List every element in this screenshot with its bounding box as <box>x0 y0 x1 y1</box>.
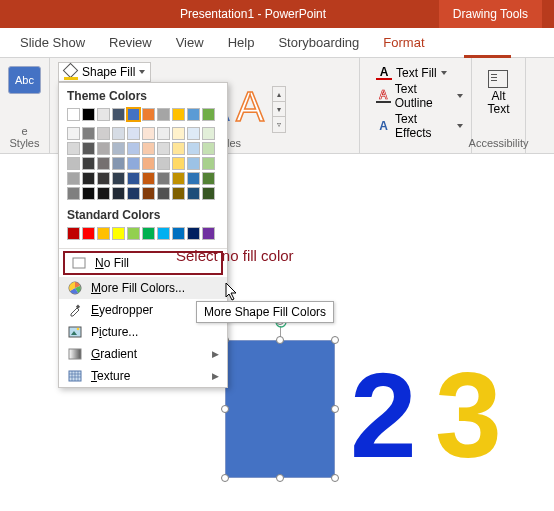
color-swatch[interactable] <box>112 127 125 140</box>
color-swatch[interactable] <box>142 142 155 155</box>
color-swatch[interactable] <box>187 227 200 240</box>
color-swatch[interactable] <box>127 227 140 240</box>
color-swatch[interactable] <box>202 172 215 185</box>
color-swatch[interactable] <box>67 227 80 240</box>
color-swatch[interactable] <box>97 127 110 140</box>
color-swatch[interactable] <box>82 172 95 185</box>
color-swatch[interactable] <box>127 127 140 140</box>
color-swatch[interactable] <box>97 142 110 155</box>
resize-handle[interactable] <box>276 474 284 482</box>
color-swatch[interactable] <box>127 157 140 170</box>
shape-digit-2[interactable]: 2 <box>350 355 417 475</box>
gallery-down-icon[interactable]: ▾ <box>273 102 285 117</box>
resize-handle[interactable] <box>331 405 339 413</box>
color-swatch[interactable] <box>67 108 80 121</box>
color-swatch[interactable] <box>202 187 215 200</box>
color-swatch[interactable] <box>172 108 185 121</box>
color-swatch[interactable] <box>142 227 155 240</box>
resize-handle[interactable] <box>221 405 229 413</box>
menu-texture[interactable]: Texture ▶ <box>59 365 227 387</box>
gallery-up-icon[interactable]: ▴ <box>273 87 285 102</box>
color-swatch[interactable] <box>202 227 215 240</box>
color-swatch[interactable] <box>112 142 125 155</box>
color-swatch[interactable] <box>82 142 95 155</box>
tab-slideshow[interactable]: Slide Show <box>8 28 97 57</box>
menu-picture[interactable]: Picture... <box>59 321 227 343</box>
menu-more-fill-colors[interactable]: More Fill Colors... <box>59 277 227 299</box>
color-swatch[interactable] <box>202 108 215 121</box>
menu-gradient[interactable]: Gradient ▶ <box>59 343 227 365</box>
color-swatch[interactable] <box>172 172 185 185</box>
color-swatch[interactable] <box>67 172 80 185</box>
color-swatch[interactable] <box>82 157 95 170</box>
color-swatch[interactable] <box>202 127 215 140</box>
tab-view[interactable]: View <box>164 28 216 57</box>
color-swatch[interactable] <box>142 127 155 140</box>
tab-storyboarding[interactable]: Storyboarding <box>266 28 371 57</box>
text-fill-button[interactable]: A Text Fill <box>376 66 463 80</box>
color-swatch[interactable] <box>112 157 125 170</box>
color-swatch[interactable] <box>202 157 215 170</box>
color-swatch[interactable] <box>187 187 200 200</box>
color-swatch[interactable] <box>112 108 125 121</box>
color-swatch[interactable] <box>97 172 110 185</box>
color-swatch[interactable] <box>157 187 170 200</box>
color-swatch[interactable] <box>112 172 125 185</box>
color-swatch[interactable] <box>172 227 185 240</box>
color-swatch[interactable] <box>82 127 95 140</box>
resize-handle[interactable] <box>221 474 229 482</box>
color-swatch[interactable] <box>82 108 95 121</box>
tab-format[interactable]: Format <box>371 28 436 57</box>
wordart-style-3[interactable]: A <box>236 86 264 128</box>
color-swatch[interactable] <box>157 127 170 140</box>
color-swatch[interactable] <box>127 187 140 200</box>
shape-digit-3[interactable]: 3 <box>435 355 502 475</box>
color-swatch[interactable] <box>97 108 110 121</box>
color-swatch[interactable] <box>157 227 170 240</box>
color-swatch[interactable] <box>157 142 170 155</box>
color-swatch[interactable] <box>67 142 80 155</box>
resize-handle[interactable] <box>276 336 284 344</box>
color-swatch[interactable] <box>67 127 80 140</box>
color-swatch[interactable] <box>67 187 80 200</box>
color-swatch[interactable] <box>202 142 215 155</box>
color-swatch[interactable] <box>157 172 170 185</box>
color-swatch[interactable] <box>142 157 155 170</box>
color-swatch[interactable] <box>82 227 95 240</box>
gallery-more-icon[interactable]: ▿ <box>273 117 285 132</box>
color-swatch[interactable] <box>187 127 200 140</box>
color-swatch[interactable] <box>172 157 185 170</box>
resize-handle[interactable] <box>331 474 339 482</box>
resize-handle[interactable] <box>331 336 339 344</box>
color-swatch[interactable] <box>112 187 125 200</box>
text-outline-button[interactable]: A Text Outline <box>376 82 463 110</box>
color-swatch[interactable] <box>97 187 110 200</box>
color-swatch[interactable] <box>187 157 200 170</box>
selected-rectangle-shape[interactable] <box>225 340 335 478</box>
color-swatch[interactable] <box>97 157 110 170</box>
color-swatch[interactable] <box>172 187 185 200</box>
color-swatch[interactable] <box>67 157 80 170</box>
color-swatch[interactable] <box>97 227 110 240</box>
color-swatch[interactable] <box>127 172 140 185</box>
color-swatch[interactable] <box>142 172 155 185</box>
color-swatch[interactable] <box>172 142 185 155</box>
color-swatch[interactable] <box>157 157 170 170</box>
tab-help[interactable]: Help <box>216 28 267 57</box>
color-swatch[interactable] <box>187 142 200 155</box>
shape-style-thumb[interactable]: Abc <box>8 66 41 94</box>
alt-text-button[interactable]: Alt Text <box>487 62 509 116</box>
gallery-scroll[interactable]: ▴ ▾ ▿ <box>272 86 286 133</box>
color-swatch[interactable] <box>187 172 200 185</box>
color-swatch[interactable] <box>187 108 200 121</box>
color-swatch[interactable] <box>142 108 155 121</box>
color-swatch[interactable] <box>127 108 140 121</box>
tab-review[interactable]: Review <box>97 28 164 57</box>
color-swatch[interactable] <box>157 108 170 121</box>
color-swatch[interactable] <box>127 142 140 155</box>
color-swatch[interactable] <box>82 187 95 200</box>
color-swatch[interactable] <box>112 227 125 240</box>
text-effects-button[interactable]: A Text Effects <box>376 112 463 140</box>
shape-fill-button[interactable]: Shape Fill <box>58 62 151 82</box>
color-swatch[interactable] <box>172 127 185 140</box>
